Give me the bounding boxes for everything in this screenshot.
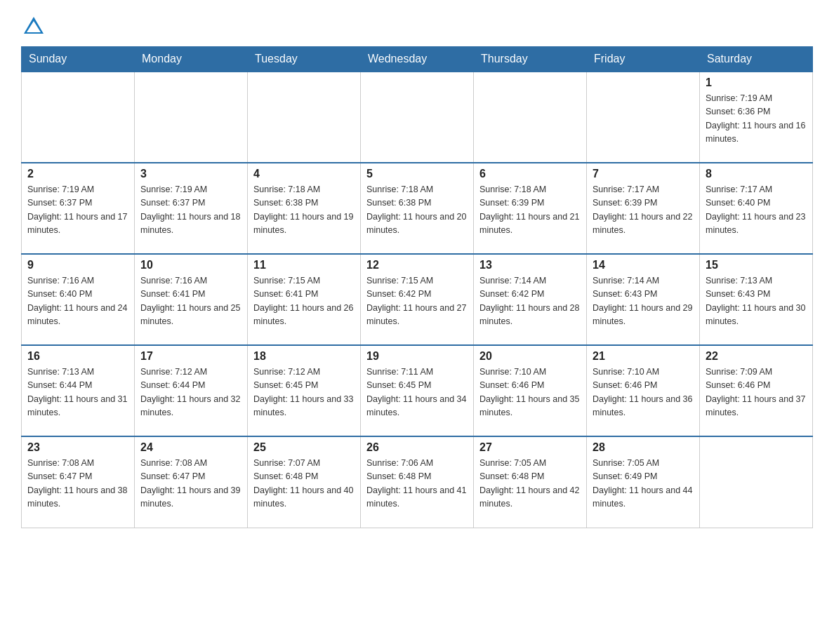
day-info: Sunrise: 7:11 AMSunset: 6:45 PMDaylight:… (366, 365, 468, 420)
calendar-week-row: 23Sunrise: 7:08 AMSunset: 6:47 PMDayligh… (22, 436, 813, 528)
logo-icon (21, 14, 46, 39)
weekday-header-wednesday: Wednesday (361, 47, 474, 72)
calendar-cell: 8Sunrise: 7:17 AMSunset: 6:40 PMDaylight… (700, 163, 813, 254)
day-number: 8 (706, 168, 807, 180)
calendar-cell: 15Sunrise: 7:13 AMSunset: 6:43 PMDayligh… (700, 254, 813, 345)
calendar-week-row: 16Sunrise: 7:13 AMSunset: 6:44 PMDayligh… (22, 345, 813, 436)
calendar-cell: 25Sunrise: 7:07 AMSunset: 6:48 PMDayligh… (248, 436, 361, 528)
calendar-cell: 28Sunrise: 7:05 AMSunset: 6:49 PMDayligh… (587, 436, 700, 528)
calendar-cell: 24Sunrise: 7:08 AMSunset: 6:47 PMDayligh… (135, 436, 248, 528)
day-number: 15 (706, 259, 807, 271)
calendar-cell: 17Sunrise: 7:12 AMSunset: 6:44 PMDayligh… (135, 345, 248, 436)
day-number: 3 (140, 168, 241, 180)
day-info: Sunrise: 7:18 AMSunset: 6:38 PMDaylight:… (253, 183, 355, 238)
day-number: 2 (27, 168, 128, 180)
day-info: Sunrise: 7:13 AMSunset: 6:44 PMDaylight:… (27, 365, 128, 420)
day-number: 18 (253, 350, 355, 363)
day-info: Sunrise: 7:10 AMSunset: 6:46 PMDaylight:… (593, 365, 694, 420)
calendar-cell: 11Sunrise: 7:15 AMSunset: 6:41 PMDayligh… (248, 254, 361, 345)
calendar-cell: 20Sunrise: 7:10 AMSunset: 6:46 PMDayligh… (474, 345, 587, 436)
calendar-cell: 21Sunrise: 7:10 AMSunset: 6:46 PMDayligh… (587, 345, 700, 436)
day-number: 27 (479, 441, 581, 454)
calendar-cell: 9Sunrise: 7:16 AMSunset: 6:40 PMDaylight… (22, 254, 135, 345)
calendar-cell: 22Sunrise: 7:09 AMSunset: 6:46 PMDayligh… (700, 345, 813, 436)
day-number: 11 (253, 259, 355, 271)
weekday-header-friday: Friday (587, 47, 700, 72)
day-info: Sunrise: 7:16 AMSunset: 6:41 PMDaylight:… (140, 274, 241, 329)
day-info: Sunrise: 7:19 AMSunset: 6:36 PMDaylight:… (706, 92, 807, 147)
calendar-cell: 4Sunrise: 7:18 AMSunset: 6:38 PMDaylight… (248, 163, 361, 254)
calendar-table: SundayMondayTuesdayWednesdayThursdayFrid… (21, 46, 813, 528)
calendar-cell (22, 72, 135, 163)
calendar-cell: 10Sunrise: 7:16 AMSunset: 6:41 PMDayligh… (135, 254, 248, 345)
weekday-header-monday: Monday (135, 47, 248, 72)
calendar-cell: 5Sunrise: 7:18 AMSunset: 6:38 PMDaylight… (361, 163, 474, 254)
day-number: 4 (253, 168, 355, 180)
page-header (21, 14, 813, 39)
calendar-cell: 13Sunrise: 7:14 AMSunset: 6:42 PMDayligh… (474, 254, 587, 345)
day-number: 10 (140, 259, 241, 271)
day-number: 23 (27, 441, 128, 454)
day-info: Sunrise: 7:08 AMSunset: 6:47 PMDaylight:… (140, 457, 241, 511)
day-info: Sunrise: 7:05 AMSunset: 6:48 PMDaylight:… (479, 457, 581, 511)
day-number: 24 (140, 441, 241, 454)
day-number: 26 (366, 441, 468, 454)
calendar-cell: 26Sunrise: 7:06 AMSunset: 6:48 PMDayligh… (361, 436, 474, 528)
day-info: Sunrise: 7:19 AMSunset: 6:37 PMDaylight:… (140, 183, 241, 238)
day-number: 25 (253, 441, 355, 454)
logo (21, 14, 49, 39)
weekday-header-sunday: Sunday (22, 47, 135, 72)
day-number: 28 (593, 441, 694, 454)
calendar-week-row: 9Sunrise: 7:16 AMSunset: 6:40 PMDaylight… (22, 254, 813, 345)
calendar-cell: 7Sunrise: 7:17 AMSunset: 6:39 PMDaylight… (587, 163, 700, 254)
calendar-cell (248, 72, 361, 163)
day-number: 5 (366, 168, 468, 180)
calendar-cell: 2Sunrise: 7:19 AMSunset: 6:37 PMDaylight… (22, 163, 135, 254)
calendar-cell: 23Sunrise: 7:08 AMSunset: 6:47 PMDayligh… (22, 436, 135, 528)
day-number: 12 (366, 259, 468, 271)
day-number: 19 (366, 350, 468, 363)
calendar-cell: 12Sunrise: 7:15 AMSunset: 6:42 PMDayligh… (361, 254, 474, 345)
calendar-cell (135, 72, 248, 163)
calendar-cell: 1Sunrise: 7:19 AMSunset: 6:36 PMDaylight… (700, 72, 813, 163)
day-info: Sunrise: 7:17 AMSunset: 6:39 PMDaylight:… (593, 183, 694, 238)
calendar-cell: 18Sunrise: 7:12 AMSunset: 6:45 PMDayligh… (248, 345, 361, 436)
day-info: Sunrise: 7:14 AMSunset: 6:43 PMDaylight:… (593, 274, 694, 329)
calendar-cell: 19Sunrise: 7:11 AMSunset: 6:45 PMDayligh… (361, 345, 474, 436)
day-info: Sunrise: 7:18 AMSunset: 6:39 PMDaylight:… (479, 183, 581, 238)
day-info: Sunrise: 7:10 AMSunset: 6:46 PMDaylight:… (479, 365, 581, 420)
calendar-header-row: SundayMondayTuesdayWednesdayThursdayFrid… (22, 47, 813, 72)
day-info: Sunrise: 7:12 AMSunset: 6:45 PMDaylight:… (253, 365, 355, 420)
calendar-cell (361, 72, 474, 163)
day-info: Sunrise: 7:15 AMSunset: 6:41 PMDaylight:… (253, 274, 355, 329)
day-info: Sunrise: 7:06 AMSunset: 6:48 PMDaylight:… (366, 457, 468, 511)
weekday-header-thursday: Thursday (474, 47, 587, 72)
day-info: Sunrise: 7:15 AMSunset: 6:42 PMDaylight:… (366, 274, 468, 329)
day-number: 22 (706, 350, 807, 363)
calendar-cell: 6Sunrise: 7:18 AMSunset: 6:39 PMDaylight… (474, 163, 587, 254)
day-number: 14 (593, 259, 694, 271)
day-info: Sunrise: 7:16 AMSunset: 6:40 PMDaylight:… (27, 274, 128, 329)
day-number: 7 (593, 168, 694, 180)
weekday-header-tuesday: Tuesday (248, 47, 361, 72)
day-number: 9 (27, 259, 128, 271)
day-info: Sunrise: 7:07 AMSunset: 6:48 PMDaylight:… (253, 457, 355, 511)
calendar-cell (700, 436, 813, 528)
weekday-header-saturday: Saturday (700, 47, 813, 72)
day-info: Sunrise: 7:14 AMSunset: 6:42 PMDaylight:… (479, 274, 581, 329)
calendar-cell (474, 72, 587, 163)
day-info: Sunrise: 7:13 AMSunset: 6:43 PMDaylight:… (706, 274, 807, 329)
day-number: 21 (593, 350, 694, 363)
calendar-week-row: 2Sunrise: 7:19 AMSunset: 6:37 PMDaylight… (22, 163, 813, 254)
day-info: Sunrise: 7:12 AMSunset: 6:44 PMDaylight:… (140, 365, 241, 420)
day-info: Sunrise: 7:08 AMSunset: 6:47 PMDaylight:… (27, 457, 128, 511)
calendar-cell: 14Sunrise: 7:14 AMSunset: 6:43 PMDayligh… (587, 254, 700, 345)
day-info: Sunrise: 7:18 AMSunset: 6:38 PMDaylight:… (366, 183, 468, 238)
calendar-cell: 3Sunrise: 7:19 AMSunset: 6:37 PMDaylight… (135, 163, 248, 254)
day-info: Sunrise: 7:17 AMSunset: 6:40 PMDaylight:… (706, 183, 807, 238)
day-info: Sunrise: 7:09 AMSunset: 6:46 PMDaylight:… (706, 365, 807, 420)
day-number: 13 (479, 259, 581, 271)
day-number: 20 (479, 350, 581, 363)
day-number: 17 (140, 350, 241, 363)
calendar-week-row: 1Sunrise: 7:19 AMSunset: 6:36 PMDaylight… (22, 72, 813, 163)
